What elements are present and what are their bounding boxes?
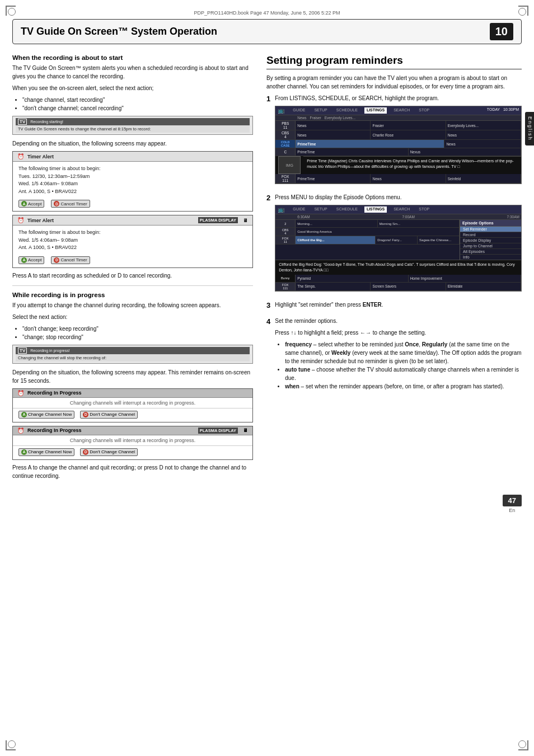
autotune-label: auto tune bbox=[285, 367, 310, 373]
step-1-number: 1 bbox=[266, 95, 270, 103]
tvguide-header-2: 📺 GUIDE SETUP SCHEDULE LISTINGS SEARCH S… bbox=[275, 205, 521, 214]
alert2-line1: The following timer is about to begin: bbox=[18, 229, 247, 237]
accept-button-2[interactable]: A Accept bbox=[18, 256, 44, 264]
tab-search[interactable]: SEARCH bbox=[391, 107, 412, 114]
step-3-number: 3 bbox=[266, 301, 270, 309]
p2-1: Morning... bbox=[296, 220, 377, 227]
show-image-placeholder: IMG bbox=[275, 156, 303, 174]
program-1: News bbox=[296, 121, 371, 130]
cancel-label: Cancel Timer bbox=[60, 201, 87, 206]
info-option[interactable]: Info bbox=[460, 255, 521, 260]
tvguide2-info: Clifford the Big Red Dog: "Good-bye T-Bo… bbox=[275, 260, 521, 275]
tab-setup[interactable]: SETUP bbox=[312, 107, 329, 114]
ui-mockup-recording-starting: TV Recording starting! TV Guide On Scree… bbox=[12, 116, 253, 135]
tvguide2-channels: 2 Morning... Morning Sm... CBS4 bbox=[275, 220, 460, 260]
prog2-3: Clifford the Big... Dragons! Fairy... Sa… bbox=[296, 236, 460, 244]
step-2-content: Press MENU to display the Episode Option… bbox=[275, 193, 522, 296]
episode-options-header: Episode Options bbox=[460, 220, 521, 227]
ch-bottom-1: Bunny bbox=[275, 275, 296, 282]
accept-button[interactable]: A Accept bbox=[18, 200, 44, 208]
timer-alert-2-header: ⏰ Timer Alert PLASMA DISPLAY 🖥 bbox=[13, 215, 252, 226]
page-number-section: 47 En bbox=[503, 495, 522, 513]
tab2-schedule[interactable]: SCHEDULE bbox=[334, 206, 360, 213]
program-fox-seinfeld: Seinfeld bbox=[446, 174, 521, 183]
tv-bar-recording: TV Recording starting! bbox=[16, 118, 250, 125]
tab2-listings[interactable]: LISTINGS bbox=[364, 206, 387, 213]
timer-alert-2-body: The following timer is about to begin: W… bbox=[13, 226, 252, 254]
recording-in-progress-box-1: ⏰ Recording In Progress Changing channel… bbox=[12, 388, 253, 422]
tab-stop[interactable]: STOP bbox=[416, 107, 432, 114]
tab2-guide[interactable]: GUIDE bbox=[291, 206, 307, 213]
change-channel-icon-2: A bbox=[21, 449, 27, 455]
list-item-frequency: frequency – select whether to be reminde… bbox=[285, 340, 522, 365]
record-option[interactable]: Record bbox=[460, 232, 521, 238]
tab2-setup[interactable]: SETUP bbox=[312, 206, 329, 213]
recording-in-progress-title-1: Recording In Progress bbox=[27, 390, 82, 396]
recording-in-progress-footer-1: A Change Channel Now D Don't Change Chan… bbox=[13, 408, 252, 422]
dont-change-button-2[interactable]: D Don't Change Channel bbox=[80, 448, 138, 456]
pb-3: The Simps. bbox=[296, 283, 371, 290]
circle-tr bbox=[518, 8, 526, 16]
frequency-label: frequency bbox=[285, 341, 312, 348]
tvguide2-row-3: FOX11 Clifford the Big... Dragons! Fairy… bbox=[275, 236, 460, 245]
dont-change-label: Don't Change Channel bbox=[90, 412, 135, 417]
page-title: TV Guide On Screen™ System Operation bbox=[21, 26, 490, 37]
para-recording-progress-1: If you attempt to change the channel dur… bbox=[12, 301, 253, 309]
program-nexus: Nexus bbox=[409, 148, 521, 156]
tvguide-header-1: 📺 GUIDE SETUP SCHEDULE LISTINGS SEARCH S… bbox=[275, 106, 521, 115]
tv-icon-guide-2: 📺 bbox=[278, 206, 284, 213]
reminders-intro: By setting a program reminder you can ha… bbox=[266, 74, 522, 91]
channel-coldcase: COLDCASE bbox=[275, 140, 296, 148]
tab-guide[interactable]: GUIDE bbox=[291, 107, 307, 114]
tv-bar-recording-2: TV Recording in progress! bbox=[16, 347, 250, 354]
tab2-search[interactable]: SEARCH bbox=[391, 206, 412, 213]
prog-bottom-1: Pyramid Home Improvement bbox=[296, 275, 521, 282]
step-4-sub: Press ↑↓ to highlight a field; press ←→ … bbox=[275, 328, 522, 337]
programs-cbs: News Charlie Rose News bbox=[296, 130, 521, 139]
recording-in-progress-footer-2: A Change Channel Now D Don't Change Chan… bbox=[13, 446, 252, 459]
tab-schedule[interactable]: SCHEDULE bbox=[334, 107, 360, 114]
step-2-text: Press MENU to display the Episode Option… bbox=[275, 193, 522, 201]
step-4-content: Set the reminder options. Press ↑↓ to hi… bbox=[275, 317, 522, 394]
clock-icon: ⏰ bbox=[17, 153, 24, 159]
step-2: 2 Press MENU to display the Episode Opti… bbox=[266, 193, 522, 296]
autotune-text: – choose whether the TV should automatic… bbox=[285, 367, 519, 381]
alt-episodes-option[interactable]: Alt Episodes bbox=[460, 249, 521, 255]
tvguide2-bottom-row2: FOX111 The Simps. Screen Savers Elimidat… bbox=[275, 283, 521, 291]
section-recording-progress: While recording is in progress If you at… bbox=[12, 292, 253, 480]
jump-to-channel-option[interactable]: Jump to Channel bbox=[460, 243, 521, 249]
list-item: "don't change channel; cancel recording" bbox=[22, 104, 253, 112]
alert1-line4: Ant. A 1000, S • BRAV022 bbox=[18, 188, 247, 196]
change-channel-button-2[interactable]: A Change Channel Now bbox=[18, 448, 74, 456]
cancel-label-2: Cancel Timer bbox=[60, 257, 87, 262]
tvguide2-content: 2 Morning... Morning Sm... CBS4 bbox=[275, 220, 521, 260]
program-fox-primetime: PrimeTime bbox=[296, 174, 371, 183]
time-display: TODAY 10:30PM bbox=[487, 107, 519, 114]
monitor-icon: 🖥 bbox=[243, 218, 248, 223]
section-heading-reminders: Setting program reminders bbox=[266, 54, 522, 69]
page-number: 47 bbox=[503, 495, 522, 506]
timer-alert-2-title: Timer Alert bbox=[27, 218, 54, 223]
plasma-badge-2: PLASMA DISPLAY bbox=[198, 428, 238, 434]
tab-listings[interactable]: LISTINGS bbox=[364, 107, 387, 114]
recording-bar-sub-2: Changing the channel will stop the recor… bbox=[16, 354, 250, 361]
change-channel-button[interactable]: A Change Channel Now bbox=[18, 411, 74, 419]
timer-alert-1: ⏰ Timer Alert The following timer is abo… bbox=[12, 151, 253, 212]
dont-change-channel-button[interactable]: D Don't Change Channel bbox=[80, 411, 138, 419]
time-col3: 7:30AM bbox=[507, 215, 519, 219]
circle-bl bbox=[8, 740, 16, 748]
recording-in-progress-header-2: ⏰ Recording In Progress PLASMA DISPLAY 🖥 bbox=[13, 426, 252, 435]
tvguide-row-coldcase: COLDCASE PrimeTime News bbox=[275, 140, 521, 148]
step-4: 4 Set the reminder options. Press ↑↓ to … bbox=[266, 317, 522, 394]
recording-bar-label: Recording starting! bbox=[30, 120, 63, 124]
set-reminder-option[interactable]: Set Reminder bbox=[460, 227, 521, 232]
prog2-1: Morning... Morning Sm... bbox=[296, 220, 460, 227]
recording-in-progress-body-2: Changing channels will interrupt a recor… bbox=[13, 435, 252, 446]
program-4: News bbox=[296, 130, 371, 139]
tab2-stop[interactable]: STOP bbox=[416, 206, 432, 213]
para-recording-start-3: Depending on the situation, the followin… bbox=[12, 139, 253, 148]
cancel-timer-button[interactable]: D Cancel Timer bbox=[51, 200, 90, 208]
cancel-timer-button-2[interactable]: D Cancel Timer bbox=[51, 256, 90, 264]
episode-display-option[interactable]: Episode Display bbox=[460, 238, 521, 243]
time-col2: 7:00AM bbox=[402, 215, 414, 219]
